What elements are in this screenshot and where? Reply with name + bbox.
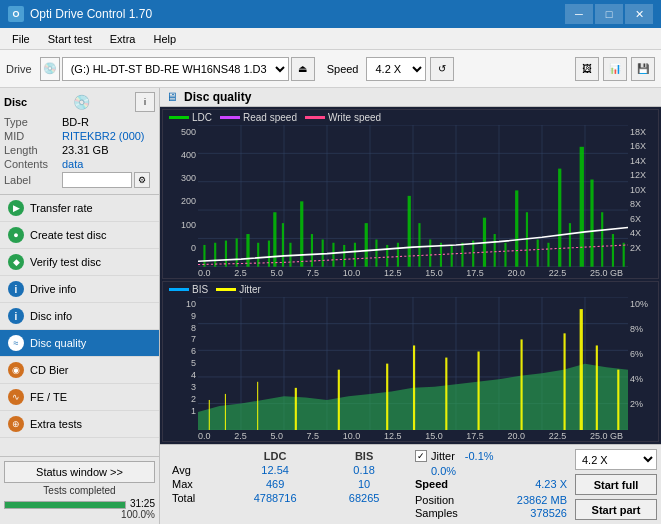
- svg-rect-35: [397, 243, 399, 267]
- stats-jitter-panel: ✓ Jitter -0.1% 0.0% Speed 4.23 X Positio…: [411, 445, 571, 524]
- nav-items: ▶ Transfer rate ● Create test disc ◆ Ver…: [0, 195, 159, 456]
- button2[interactable]: 📊: [603, 57, 627, 81]
- button1[interactable]: 🖼: [575, 57, 599, 81]
- legend-write-speed: Write speed: [305, 112, 381, 123]
- menu-extra[interactable]: Extra: [102, 31, 144, 47]
- nav-create-test[interactable]: ● Create test disc: [0, 222, 159, 249]
- svg-rect-74: [209, 400, 210, 430]
- stats-bar: LDC BIS Avg 12.54 0.18 Max 469 10: [160, 444, 661, 524]
- stats-speed-select[interactable]: 4.2 X: [575, 449, 657, 470]
- main-layout: Disc 💿 i Type BD-R MID RITEKBR2 (000) Le…: [0, 88, 661, 524]
- eject-button[interactable]: ⏏: [291, 57, 315, 81]
- disc-info-button[interactable]: i: [135, 92, 155, 112]
- nav-extra-tests[interactable]: ⊕ Extra tests: [0, 411, 159, 438]
- menu-help[interactable]: Help: [145, 31, 184, 47]
- legend-ldc: LDC: [169, 112, 212, 123]
- save-button[interactable]: 💾: [631, 57, 655, 81]
- svg-rect-83: [521, 339, 523, 430]
- disc-contents-label: Contents: [4, 158, 62, 170]
- progress-bar: [4, 501, 126, 509]
- svg-rect-49: [547, 243, 549, 267]
- svg-rect-44: [494, 234, 496, 267]
- menu-bar: File Start test Extra Help: [0, 28, 661, 50]
- disc-title: Disc: [4, 96, 27, 108]
- progress-percent: 100.0%: [4, 509, 155, 520]
- avg-bis: 0.18: [325, 463, 403, 477]
- disc-length-label: Length: [4, 144, 62, 156]
- title-bar-controls: ─ □ ✕: [565, 4, 653, 24]
- chart1-y-axis-right: 18X 16X 14X 12X 10X 8X 6X 4X 2X: [628, 125, 658, 267]
- svg-rect-87: [617, 369, 619, 430]
- svg-rect-45: [504, 243, 506, 267]
- disc-label-input[interactable]: [62, 172, 132, 188]
- legend-write-color: [305, 116, 325, 119]
- avg-label: Avg: [168, 463, 225, 477]
- drive-select[interactable]: (G:) HL-DT-ST BD-RE WH16NS48 1.D3: [62, 57, 289, 81]
- disc-type-value: BD-R: [62, 116, 89, 128]
- svg-rect-48: [537, 239, 539, 266]
- refresh-button[interactable]: ↺: [430, 57, 454, 81]
- svg-rect-51: [569, 223, 571, 267]
- chart1-svg: [198, 125, 628, 267]
- svg-rect-85: [580, 309, 583, 430]
- drive-label: Drive: [6, 63, 32, 75]
- status-window-button[interactable]: Status window >>: [4, 461, 155, 483]
- total-ldc: 4788716: [225, 491, 325, 505]
- speed-row: Speed 4.23 X: [415, 478, 567, 490]
- minimize-button[interactable]: ─: [565, 4, 593, 24]
- menu-file[interactable]: File: [4, 31, 38, 47]
- chart2-wrapper: 10 9 8 7 6 5 4 3 2 1: [163, 297, 658, 430]
- disc-label-button[interactable]: ⚙: [134, 172, 150, 188]
- nav-icon-cd-bier: ◉: [8, 362, 24, 378]
- nav-cd-bier[interactable]: ◉ CD Bier: [0, 357, 159, 384]
- disc-contents-row: Contents data: [4, 158, 155, 170]
- disc-contents-value: data: [62, 158, 83, 170]
- chart2-y-axis-right: 10% 8% 6% 4% 2%: [628, 297, 658, 430]
- nav-disc-info[interactable]: i Disc info: [0, 303, 159, 330]
- nav-disc-quality[interactable]: ≈ Disc quality: [0, 330, 159, 357]
- svg-rect-75: [225, 394, 226, 430]
- legend-read-speed: Read speed: [220, 112, 297, 123]
- svg-rect-78: [338, 369, 340, 430]
- start-full-button[interactable]: Start full: [575, 474, 657, 495]
- svg-rect-32: [365, 223, 368, 267]
- nav-icon-disc-quality: ≈: [8, 335, 24, 351]
- speed-select[interactable]: 4.2 X: [366, 57, 426, 81]
- avg-ldc: 12.54: [225, 463, 325, 477]
- avg-speed: 4.23 X: [535, 478, 567, 490]
- nav-transfer-rate[interactable]: ▶ Transfer rate: [0, 195, 159, 222]
- progress-bar-fill: [5, 502, 125, 508]
- nav-verify-test[interactable]: ◆ Verify test disc: [0, 249, 159, 276]
- legend-write-text: Write speed: [328, 112, 381, 123]
- position-label: Position: [415, 494, 454, 506]
- chart2-svg: [198, 297, 628, 430]
- app-icon: O: [8, 6, 24, 22]
- jitter-checkbox[interactable]: ✓: [415, 450, 427, 462]
- start-part-button[interactable]: Start part: [575, 499, 657, 520]
- svg-rect-80: [413, 345, 415, 430]
- legend-jitter-color: [216, 288, 236, 291]
- svg-rect-31: [354, 243, 356, 267]
- maximize-button[interactable]: □: [595, 4, 623, 24]
- dq-title: Disc quality: [184, 90, 251, 104]
- legend-jitter-text: Jitter: [239, 284, 261, 295]
- menu-start-test[interactable]: Start test: [40, 31, 100, 47]
- progress-time: 31:25: [130, 498, 155, 509]
- disc-panel: Disc 💿 i Type BD-R MID RITEKBR2 (000) Le…: [0, 88, 159, 195]
- nav-fe-te[interactable]: ∿ FE / TE: [0, 384, 159, 411]
- drive-icon: 💿: [40, 57, 60, 81]
- content-area: 🖥 Disc quality LDC Read speed: [160, 88, 661, 524]
- close-button[interactable]: ✕: [625, 4, 653, 24]
- chart1-x-axis: 0.02.55.07.510.0 12.515.017.520.022.525.…: [163, 267, 658, 278]
- nav-icon-disc-info: i: [8, 308, 24, 324]
- svg-rect-76: [257, 382, 258, 430]
- svg-rect-18: [225, 241, 227, 267]
- max-label: Max: [168, 477, 225, 491]
- avg-jitter: -0.1%: [465, 450, 494, 462]
- chart-bis: BIS Jitter 10 9 8 7 6 5 4: [162, 281, 659, 442]
- legend-ldc-text: LDC: [192, 112, 212, 123]
- chart1-wrapper: 500 400 300 200 100 0: [163, 125, 658, 267]
- app-title: Opti Drive Control 1.70: [30, 7, 152, 21]
- status-text: Tests completed: [4, 485, 155, 496]
- nav-drive-info[interactable]: i Drive info: [0, 276, 159, 303]
